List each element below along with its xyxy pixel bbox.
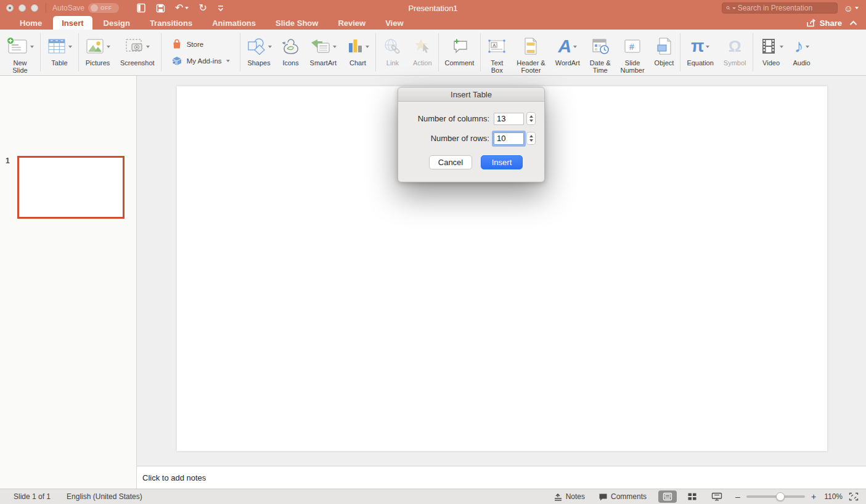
zoom-window-button[interactable] xyxy=(31,4,38,12)
chart-button[interactable]: Chart xyxy=(341,30,374,75)
svg-text:#: # xyxy=(629,41,634,51)
comments-toggle-label: Comments xyxy=(611,492,647,501)
autosave-toggle[interactable]: AutoSave OFF xyxy=(52,3,119,13)
search-scope-caret-icon[interactable] xyxy=(732,7,736,9)
shapes-button[interactable]: Shapes xyxy=(242,30,277,75)
search-box[interactable] xyxy=(722,2,838,14)
pictures-button[interactable]: Pictures xyxy=(80,30,115,75)
header-footer-label: Header & Footer xyxy=(517,59,545,75)
wordart-button[interactable]: A WordArt xyxy=(550,30,585,75)
tab-view[interactable]: View xyxy=(377,16,412,30)
slide-thumbnail-panel: 1 xyxy=(0,76,137,489)
template-panel-button[interactable] xyxy=(136,3,146,13)
tab-slide-show[interactable]: Slide Show xyxy=(267,16,327,30)
zoom-out-button[interactable]: – xyxy=(735,492,741,502)
collapse-ribbon-button[interactable] xyxy=(849,20,857,26)
columns-label: Number of columns: xyxy=(418,114,489,123)
icons-button[interactable]: Icons xyxy=(277,30,305,75)
rows-input[interactable] xyxy=(494,132,524,145)
stepper-up-icon[interactable] xyxy=(529,135,533,137)
tab-animations[interactable]: Animations xyxy=(203,16,264,30)
video-caret-icon xyxy=(780,46,783,48)
customize-toolbar-button[interactable] xyxy=(217,4,224,12)
slideshow-view-button[interactable] xyxy=(708,490,726,503)
slide-number-button[interactable]: # Slide Number xyxy=(615,30,649,75)
stepper-up-icon[interactable] xyxy=(529,115,533,118)
header-footer-icon xyxy=(523,37,539,55)
stepper-down-icon[interactable] xyxy=(529,139,533,142)
autosave-switch[interactable]: OFF xyxy=(88,3,119,13)
slide-sorter-icon xyxy=(687,492,697,501)
table-button[interactable]: Table xyxy=(42,30,77,75)
notes-toggle-button[interactable]: Notes xyxy=(547,489,592,504)
columns-stepper[interactable] xyxy=(526,112,536,125)
audio-caret-icon xyxy=(806,46,809,48)
object-label: Object xyxy=(655,59,674,75)
link-label: Link xyxy=(386,59,399,75)
notes-pane[interactable]: Click to add notes xyxy=(137,466,866,489)
object-button[interactable]: Object xyxy=(650,30,679,75)
redo-button[interactable]: ↻ xyxy=(198,3,206,13)
comment-label: Comment xyxy=(445,59,475,75)
zoom-in-button[interactable]: + xyxy=(811,492,817,502)
slide-thumbnail[interactable] xyxy=(17,156,125,219)
comment-button[interactable]: Comment xyxy=(440,30,480,75)
language-status[interactable]: English (United States) xyxy=(67,492,142,501)
screenshot-icon xyxy=(125,38,144,55)
stepper-down-icon[interactable] xyxy=(529,120,533,122)
close-window-button[interactable] xyxy=(6,4,14,12)
undo-dropdown-caret-icon[interactable] xyxy=(185,7,189,9)
titlebar-divider xyxy=(46,3,46,13)
tab-review[interactable]: Review xyxy=(329,16,374,30)
notes-placeholder[interactable]: Click to add notes xyxy=(142,473,206,482)
feedback-button[interactable]: ☺ xyxy=(844,4,859,13)
my-addins-label: My Add-ins xyxy=(187,57,222,65)
normal-view-button[interactable] xyxy=(658,490,677,503)
zoom-slider-knob[interactable] xyxy=(776,492,785,501)
columns-input[interactable] xyxy=(494,113,524,125)
quick-access-toolbar: ↶ ↻ xyxy=(136,3,224,13)
zoom-percentage[interactable]: 110% xyxy=(820,492,843,501)
minimize-window-button[interactable] xyxy=(18,4,26,12)
ribbon-group-media: Video ♪ Audio xyxy=(754,30,815,75)
my-addins-button[interactable]: My Add-ins xyxy=(171,55,230,67)
undo-icon: ↶ xyxy=(175,3,183,13)
new-slide-button[interactable]: New Slide xyxy=(1,30,39,75)
tab-home[interactable]: Home xyxy=(11,16,51,30)
autosave-knob xyxy=(91,4,98,12)
header-footer-button[interactable]: Header & Footer xyxy=(512,30,550,75)
tab-transitions[interactable]: Transitions xyxy=(141,16,201,30)
zoom-slider[interactable] xyxy=(746,492,805,501)
tab-design[interactable]: Design xyxy=(95,16,139,30)
cancel-button[interactable]: Cancel xyxy=(429,155,472,169)
rows-stepper[interactable] xyxy=(526,132,536,145)
text-box-button[interactable]: A Text Box xyxy=(482,30,512,75)
screenshot-button[interactable]: Screenshot xyxy=(115,30,160,75)
share-label: Share xyxy=(820,18,842,28)
search-input[interactable] xyxy=(738,4,833,12)
store-button[interactable]: Store xyxy=(171,39,230,50)
store-icon xyxy=(171,39,182,50)
slide-sorter-view-button[interactable] xyxy=(683,490,701,503)
share-button[interactable]: Share xyxy=(806,18,842,28)
insert-button[interactable]: Insert xyxy=(481,155,523,169)
tab-insert[interactable]: Insert xyxy=(53,16,92,30)
comments-toggle-button[interactable]: Comments xyxy=(592,489,653,504)
equation-label: Equation xyxy=(687,59,713,75)
save-button[interactable] xyxy=(156,4,165,13)
date-time-button[interactable]: Date & Time xyxy=(585,30,616,75)
video-button[interactable]: Video xyxy=(754,30,788,75)
comment-icon xyxy=(449,38,469,55)
insert-table-dialog: Insert Table Number of columns: Number o… xyxy=(398,87,545,182)
redo-icon: ↻ xyxy=(198,3,206,13)
chart-label: Chart xyxy=(349,59,366,75)
smartart-button[interactable]: SmartArt xyxy=(305,30,341,75)
equation-button[interactable]: π Equation xyxy=(682,30,718,75)
audio-button[interactable]: ♪ Audio xyxy=(788,30,815,75)
ribbon-group-links: Link Action xyxy=(377,30,437,75)
action-button: Action xyxy=(408,30,437,75)
my-addins-caret-icon xyxy=(226,60,230,62)
fit-slide-button[interactable] xyxy=(849,492,859,501)
undo-button[interactable]: ↶ xyxy=(175,3,189,13)
equation-icon: π xyxy=(691,38,704,55)
